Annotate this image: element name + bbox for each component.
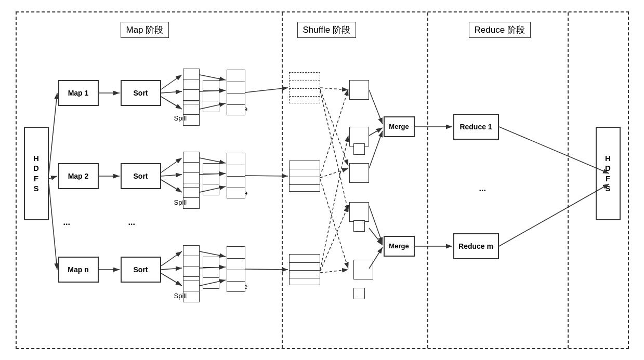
svg-line-33 [320, 168, 348, 178]
merge-right1: Merge [384, 116, 415, 137]
svg-line-39 [369, 128, 383, 136]
map-stage-label: Map 阶段 [121, 22, 169, 38]
divider-1 [282, 12, 283, 348]
diagram-container: Map 阶段 Shuffle 阶段 Reduce 阶段 HDFS HDFS Ma… [16, 11, 629, 349]
spill1-label: Spill [174, 114, 187, 122]
svg-line-38 [369, 90, 383, 124]
mapn-box: Map n [58, 257, 99, 283]
sortn-box: Sort [121, 257, 161, 283]
shuffle1-dashed [289, 72, 320, 103]
svg-line-13 [161, 180, 182, 192]
reduce-dots: ... [479, 184, 486, 193]
svg-line-9 [161, 91, 182, 93]
shuffle3-solid [289, 254, 320, 285]
merge3-box [227, 246, 245, 292]
svg-line-10 [161, 97, 182, 109]
post-shuffle-box1 [349, 80, 369, 100]
sort1-box: Sort [121, 80, 161, 106]
spill3-label: Spill [174, 292, 187, 300]
sort-dots: ... [128, 218, 135, 227]
hdfs-right: HDFS [596, 127, 621, 220]
svg-line-14 [161, 251, 182, 266]
map2-box: Map 2 [58, 163, 99, 189]
svg-line-42 [369, 228, 383, 245]
map-dots: ... [63, 218, 70, 227]
svg-line-16 [161, 273, 182, 286]
svg-line-46 [499, 127, 609, 174]
svg-line-31 [320, 91, 348, 211]
svg-line-30 [320, 89, 348, 166]
reducem-box: Reduce m [453, 233, 499, 259]
post-shuffle-box4 [349, 202, 369, 222]
svg-line-47 [499, 184, 609, 246]
hdfs-left: HDFS [24, 127, 49, 220]
svg-line-8 [161, 75, 182, 89]
merge1-box [227, 70, 245, 115]
svg-line-32 [320, 89, 348, 176]
svg-line-41 [369, 206, 383, 244]
shuffle-stage-label: Shuffle 阶段 [297, 22, 356, 38]
arrows-svg [17, 12, 628, 348]
svg-line-12 [161, 175, 182, 176]
svg-line-15 [161, 268, 182, 270]
post-shuffle-sub3 [353, 288, 365, 299]
reduce-stage-label: Reduce 阶段 [469, 22, 531, 38]
spill2-label: Spill [174, 198, 187, 206]
divider-2 [427, 12, 428, 348]
shuffle2-solid [289, 161, 320, 192]
merge2-box [227, 153, 245, 198]
svg-line-37 [320, 270, 348, 273]
svg-line-36 [320, 206, 348, 271]
svg-line-20 [200, 158, 226, 163]
post-shuffle-box5 [353, 260, 373, 279]
post-shuffle-sub1 [353, 143, 365, 155]
svg-line-17 [200, 75, 226, 80]
svg-line-40 [369, 131, 383, 168]
svg-line-29 [320, 88, 348, 90]
svg-line-34 [320, 179, 348, 269]
svg-line-35 [320, 136, 348, 270]
svg-line-11 [161, 158, 182, 172]
svg-line-2 [49, 93, 57, 174]
svg-line-23 [200, 251, 226, 257]
merge-right2: Merge [384, 236, 415, 257]
divider-3 [568, 12, 569, 348]
map1-box: Map 1 [58, 80, 99, 106]
post-shuffle-box3 [349, 163, 369, 183]
reduce1-box: Reduce 1 [453, 114, 499, 140]
post-shuffle-sub2 [353, 220, 365, 232]
svg-line-4 [49, 184, 57, 270]
svg-line-3 [49, 176, 57, 179]
sort2-box: Sort [121, 163, 161, 189]
